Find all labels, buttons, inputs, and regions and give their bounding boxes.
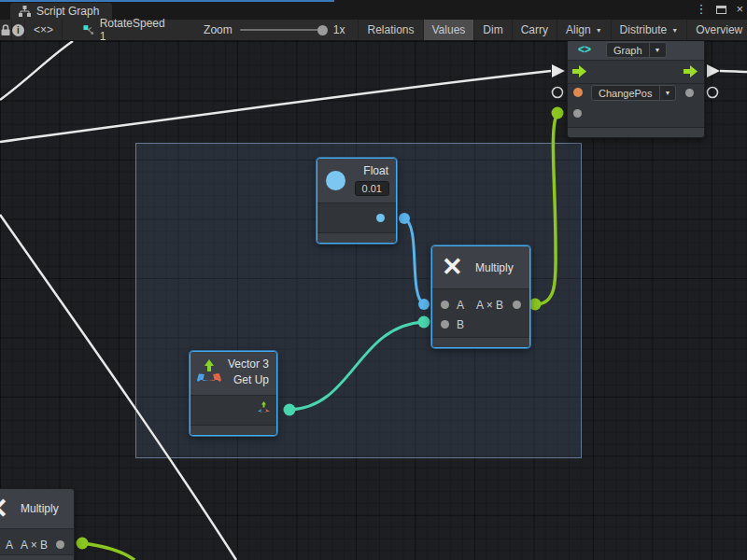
flow-output-port-icon[interactable]	[684, 65, 698, 77]
float-type-icon	[326, 171, 345, 190]
align-label: Align	[566, 23, 591, 36]
graph-header-dropdown[interactable]: Graph ▼	[606, 42, 667, 58]
float-node-footer	[317, 232, 396, 243]
float-value-field[interactable]: 0.01	[355, 181, 389, 196]
chevron-down-icon: ▼	[649, 43, 666, 57]
multiply-node-header[interactable]: ✕ Multiply	[432, 246, 529, 289]
multiply-icon: ✕	[0, 492, 8, 525]
vector3-node-header[interactable]: Vector 3 Get Up	[190, 352, 276, 396]
distribute-label: Distribute	[620, 23, 668, 36]
carry-button[interactable]: Carry	[513, 20, 557, 40]
relations-button[interactable]: Relations	[359, 20, 423, 40]
multiply-b-label: B	[457, 318, 464, 331]
maximize-icon[interactable]	[716, 6, 726, 14]
multiply-title: Multiply	[475, 261, 514, 274]
info-icon: i	[12, 24, 24, 36]
multiply-a-label: A	[457, 299, 464, 312]
zoom-slider[interactable]	[240, 29, 326, 31]
distribute-dropdown[interactable]: Distribute ▼	[612, 20, 688, 40]
close-icon[interactable]: ×	[736, 2, 743, 17]
changepos-input-port[interactable]	[573, 88, 583, 97]
node-vector3-getup[interactable]: Vector 3 Get Up	[190, 351, 277, 436]
multiply-result-label: A × B	[476, 299, 503, 312]
info-button[interactable]: i	[12, 20, 25, 40]
multiply2-node-footer	[0, 554, 74, 560]
code-brackets-icon: <>	[578, 43, 591, 56]
multiply2-result-port[interactable]	[56, 540, 64, 549]
align-dropdown[interactable]: Align ▼	[557, 20, 612, 40]
chevron-down-icon: ▼	[659, 86, 676, 100]
graph-breadcrumb-icon	[83, 24, 94, 36]
breadcrumb[interactable]: RotateSpeed 1	[63, 20, 177, 40]
values-button[interactable]: Values	[424, 20, 475, 40]
multiply-icon: ✕	[442, 252, 463, 282]
relations-label: Relations	[367, 23, 414, 36]
graph-output-port[interactable]	[685, 89, 694, 97]
float-output-port[interactable]	[376, 214, 385, 222]
dim-button[interactable]: Dim	[474, 20, 512, 40]
node-float[interactable]: Float 0.01	[317, 158, 397, 244]
zoom-control: Zoom 1x	[177, 20, 359, 40]
float-title: Float	[363, 164, 388, 177]
graph-node-footer	[568, 127, 704, 137]
multiply-a-port[interactable]	[441, 301, 449, 309]
vector3-title: Vector 3	[228, 357, 269, 371]
graph-tab-icon	[19, 6, 31, 17]
lock-button[interactable]	[0, 20, 12, 40]
zoom-slider-handle[interactable]	[317, 25, 328, 35]
tab-script-graph[interactable]: Script Graph	[10, 3, 112, 20]
getup-title: Get Up	[233, 373, 269, 386]
window-menu-icon[interactable]: ⋮	[695, 2, 707, 17]
multiply2-a-label: A	[6, 539, 13, 552]
zoom-label: Zoom	[204, 23, 233, 36]
changepos-dropdown[interactable]: ChangePos ▼	[591, 85, 676, 101]
vector3-node-footer	[190, 425, 276, 435]
row-divider	[568, 83, 704, 84]
lock-icon	[0, 23, 11, 36]
graph-toolbar: i <×> RotateSpeed 1 Zoom 1x Relations Va…	[0, 20, 747, 41]
flow-input-port-icon[interactable]	[572, 65, 587, 77]
changepos-label: ChangePos	[592, 88, 659, 99]
multiply2-result-label: A × B	[21, 539, 48, 552]
tab-label: Script Graph	[36, 5, 99, 18]
vector3-mini-icon[interactable]	[257, 401, 271, 415]
multiply2-title: Multiply	[21, 502, 59, 515]
carry-label: Carry	[521, 23, 548, 36]
multiply-node-footer	[432, 337, 529, 347]
overview-button[interactable]: Overview	[687, 20, 747, 40]
values-label: Values	[432, 23, 466, 36]
window-controls: ⋮ ×	[695, 2, 743, 17]
vector3-icon	[196, 359, 222, 387]
multiply-b-port[interactable]	[441, 320, 449, 329]
multiply-result-port[interactable]	[513, 301, 521, 309]
chevron-down-icon: ▼	[596, 27, 602, 34]
graph-header-label: Graph	[607, 45, 649, 56]
graph-node-header[interactable]: <> Graph ▼	[568, 40, 704, 61]
breadcrumb-label: RotateSpeed 1	[100, 17, 166, 43]
overview-label: Overview	[696, 23, 742, 36]
node-multiply-2[interactable]: ✕ Multiply A A × B	[0, 488, 75, 560]
focus-accent-line	[0, 0, 334, 2]
graph-extra-input-port[interactable]	[573, 109, 582, 118]
unity-script-graph-window: { "window": { "tab_label": "Script Graph…	[0, 0, 747, 560]
chevron-down-icon: ▼	[671, 27, 678, 34]
dim-label: Dim	[483, 23, 502, 36]
zoom-value: 1x	[333, 23, 345, 36]
float-node-header[interactable]: Float 0.01	[317, 159, 396, 203]
code-view-button[interactable]: <×>	[25, 20, 63, 40]
node-multiply[interactable]: ✕ Multiply A A × B B	[431, 245, 530, 348]
multiply2-node-header[interactable]: ✕ Multiply	[0, 489, 74, 529]
node-graph-unit[interactable]: <> Graph ▼ ChangePos ▼	[567, 39, 705, 138]
code-view-icon: <×>	[34, 23, 53, 36]
